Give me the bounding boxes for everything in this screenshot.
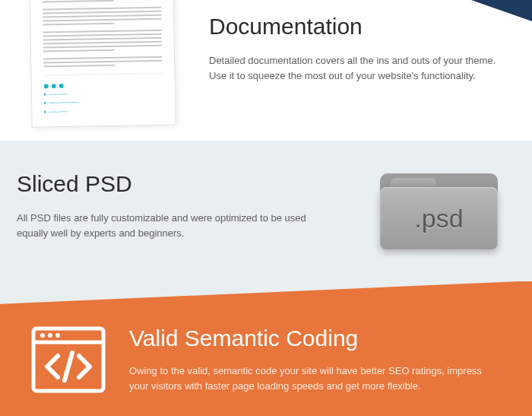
psd-icon-label: .psd	[414, 204, 463, 233]
sliced-psd-title: Sliced PSD	[17, 171, 321, 197]
documentation-title: Documentation	[209, 14, 513, 40]
psd-folder-icon: .psd	[380, 160, 498, 236]
code-window-icon	[30, 325, 106, 394]
svg-point-2	[40, 333, 45, 338]
documentation-section: ▸ ───── ▸ ──────── ▸ ───── Documentation…	[0, 0, 532, 141]
valid-coding-title: Valid Semantic Coding	[129, 325, 494, 351]
sliced-psd-section: Sliced PSD All PSD files are fully custo…	[0, 141, 532, 281]
valid-coding-text: Valid Semantic Coding Owing to the valid…	[129, 325, 494, 394]
valid-coding-section: Valid Semantic Coding Owing to the valid…	[0, 281, 532, 416]
documentation-text: Documentation Detailed documentation cov…	[209, 14, 513, 84]
valid-coding-body: Owing to the valid, semantic code your s…	[129, 364, 494, 394]
document-paper-icon: ▸ ───── ▸ ──────── ▸ ─────	[29, 0, 183, 127]
sliced-psd-body: All PSD files are fully customizable and…	[17, 211, 321, 241]
svg-line-5	[65, 353, 72, 380]
sliced-psd-text: Sliced PSD All PSD files are fully custo…	[17, 171, 321, 241]
svg-point-3	[48, 333, 52, 338]
svg-point-4	[55, 333, 60, 338]
documentation-body: Detailed documentation covers all the in…	[209, 53, 513, 84]
